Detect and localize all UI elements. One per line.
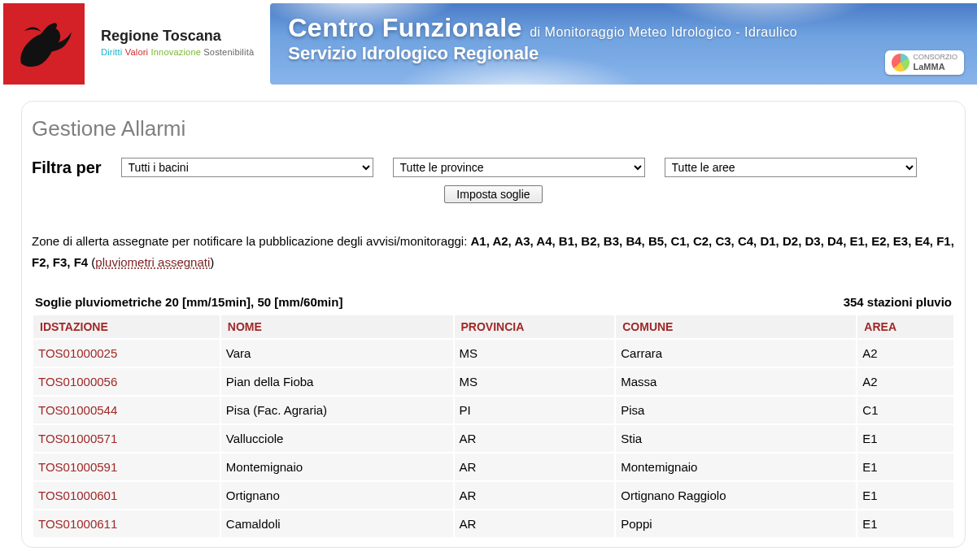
cell-area: C1	[857, 396, 954, 424]
banner-main: Centro Funzionale	[288, 13, 522, 42]
table-row: TOS01000571ValluccioleARStiaE1	[33, 424, 954, 453]
cell-comune: Pisa	[615, 396, 857, 424]
filter-label: Filtra per	[32, 158, 102, 177]
lamma-label: CONSORZIO	[913, 54, 957, 62]
pegasus-icon	[11, 11, 76, 76]
station-id-link[interactable]: TOS01000056	[38, 375, 117, 389]
brand-sub-part: Valori	[125, 47, 149, 57]
table-row: TOS01000056Pian della FiobaMSMassaA2	[33, 367, 954, 396]
main-panel: Gestione Allarmi Filtra per Tutti i baci…	[21, 101, 966, 548]
cell-nome: Pian della Fioba	[220, 367, 454, 396]
table-row: TOS01000025VaraMSCarraraA2	[33, 339, 954, 367]
col-nome: NOME	[220, 315, 454, 339]
cell-comune: Massa	[615, 367, 857, 396]
filter-bacini-select[interactable]: Tutti i bacini	[121, 158, 373, 177]
table-headline: Soglie pluviometriche 20 [mm/15min], 50 …	[32, 295, 955, 314]
station-id-link[interactable]: TOS01000571	[38, 432, 117, 445]
cell-area: A2	[857, 367, 954, 396]
lamma-swirl-icon	[892, 54, 909, 72]
cell-comune: Stia	[615, 424, 857, 453]
brand-subtitle: Diritti Valori Innovazione Sostenibilità	[101, 46, 254, 59]
pluviometri-link[interactable]: pluviometri assegnati	[95, 255, 210, 269]
col-idstazione: IDSTAZIONE	[33, 315, 220, 339]
table-row: TOS01000601OrtignanoAROrtignano Raggiolo…	[33, 481, 954, 510]
cell-provincia: MS	[454, 367, 616, 396]
region-logo	[3, 3, 85, 85]
cell-nome: Montemignaio	[220, 453, 454, 481]
banner: Centro Funzionale di Monitoraggio Meteo …	[270, 3, 977, 85]
cell-nome: Vara	[220, 339, 454, 367]
col-comune: COMUNE	[615, 315, 857, 339]
cell-provincia: MS	[454, 339, 616, 367]
cell-comune: Carrara	[615, 339, 857, 367]
table-header-row: IDSTAZIONE NOME PROVINCIA COMUNE AREA	[33, 315, 954, 339]
filter-aree-select[interactable]: Tutte le aree	[665, 158, 917, 177]
table-row: TOS01000591MontemignaioARMontemignaioE1	[33, 453, 954, 481]
banner-tail: di Monitoraggio Meteo Idrologico - Idrau…	[530, 25, 797, 39]
cell-area: E1	[857, 424, 954, 453]
cell-comune: Ortignano Raggiolo	[615, 481, 857, 510]
brand-sub-part: Sostenibilità	[203, 47, 254, 57]
zones-intro: Zone di allerta assegnate per notificare…	[32, 234, 470, 248]
stations-table: IDSTAZIONE NOME PROVINCIA COMUNE AREA TO…	[32, 314, 955, 539]
cell-nome: Ortignano	[220, 481, 454, 510]
brand-sub-part: Innovazione	[151, 47, 202, 57]
filter-province-select[interactable]: Tutte le province	[393, 158, 645, 177]
table-row: TOS01000611CamaldoliARPoppiE1	[33, 510, 954, 538]
cell-area: E1	[857, 481, 954, 510]
cell-area: E1	[857, 453, 954, 481]
station-id-link[interactable]: TOS01000544	[38, 403, 117, 417]
thresholds-caption: Soglie pluviometriche 20 [mm/15min], 50 …	[35, 295, 342, 309]
brand-title: Regione Toscana	[101, 26, 254, 46]
station-count: 354 stazioni pluvio	[844, 295, 952, 309]
cell-nome: Pisa (Fac. Agraria)	[220, 396, 454, 424]
set-thresholds-button[interactable]: Imposta soglie	[444, 185, 542, 203]
station-id-link[interactable]: TOS01000025	[38, 346, 117, 360]
brand-text: Regione Toscana Diritti Valori Innovazio…	[85, 3, 254, 59]
filter-row: Filtra per Tutti i bacini Tutte le provi…	[32, 158, 955, 177]
cell-comune: Poppi	[615, 510, 857, 538]
cell-provincia: AR	[454, 481, 616, 510]
cell-provincia: AR	[454, 424, 616, 453]
cell-nome: Camaldoli	[220, 510, 454, 538]
station-id-link[interactable]: TOS01000611	[38, 517, 117, 531]
cell-nome: Vallucciole	[220, 424, 454, 453]
banner-title: Centro Funzionale di Monitoraggio Meteo …	[288, 13, 959, 43]
col-provincia: PROVINCIA	[454, 315, 616, 339]
cell-area: A2	[857, 339, 954, 367]
cell-comune: Montemignaio	[615, 453, 857, 481]
station-id-link[interactable]: TOS01000601	[38, 488, 117, 502]
col-area: AREA	[857, 315, 954, 339]
lamma-badge: CONSORZIO LaMMA	[885, 50, 964, 75]
lamma-name: LaMMA	[913, 62, 957, 72]
table-row: TOS01000544Pisa (Fac. Agraria)PIPisaC1	[33, 396, 954, 424]
cell-provincia: AR	[454, 453, 616, 481]
page-title: Gestione Allarmi	[32, 116, 955, 141]
cell-area: E1	[857, 510, 954, 538]
cell-provincia: PI	[454, 396, 616, 424]
zones-block: Zone di allerta assegnate per notificare…	[32, 231, 955, 272]
banner-subtitle: Servizio Idrologico Regionale	[288, 43, 959, 64]
station-id-link[interactable]: TOS01000591	[38, 460, 117, 474]
cell-provincia: AR	[454, 510, 616, 538]
header: Regione Toscana Diritti Valori Innovazio…	[0, 0, 977, 88]
brand-sub-part: Diritti	[101, 47, 122, 57]
